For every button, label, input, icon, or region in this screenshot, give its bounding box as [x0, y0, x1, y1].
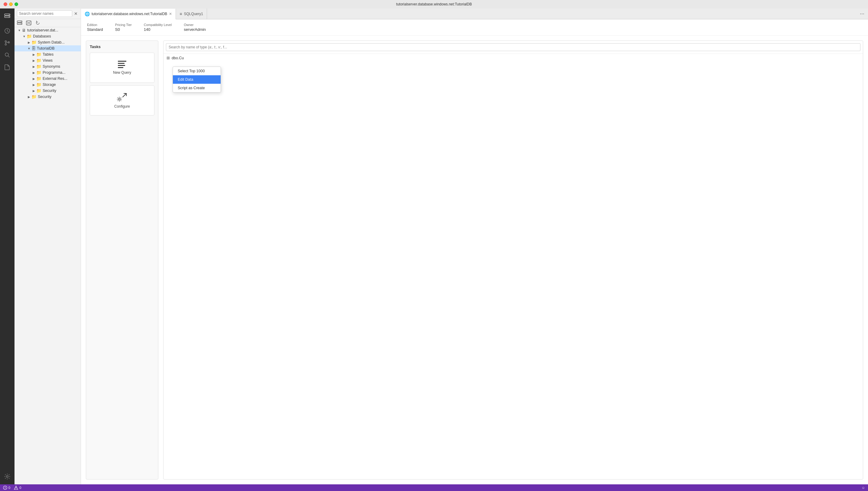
- window-title: tutorialserver.database.windows.net:Tuto…: [396, 2, 472, 6]
- status-errors: 0: [3, 486, 10, 490]
- sidebar-item-server[interactable]: ▼ 🖥 tutorialserver.dat...: [14, 27, 81, 33]
- pricing-tier-value: S0: [115, 27, 132, 32]
- svg-point-22: [5, 488, 5, 489]
- minimize-button[interactable]: [9, 2, 13, 6]
- external-res-label: External Res...: [42, 77, 67, 81]
- folder-icon: 📁: [31, 40, 36, 45]
- arrow-icon: ▶: [31, 89, 36, 92]
- activity-search-icon[interactable]: [2, 50, 13, 60]
- svg-point-24: [16, 489, 16, 489]
- traffic-lights: [4, 2, 18, 6]
- sidebar-item-tables[interactable]: ▶ 📁 Tables: [14, 51, 81, 57]
- error-count: 0: [8, 486, 10, 490]
- status-warnings: 0: [14, 486, 21, 490]
- arrow-icon: ▼: [27, 47, 31, 50]
- compatibility-info: Compatibility Level 140: [144, 23, 172, 32]
- activity-server-icon[interactable]: [2, 11, 13, 22]
- sidebar-item-storage[interactable]: ▶ 📁 Storage: [14, 82, 81, 88]
- sidebar-item-programmability[interactable]: ▶ 📁 Programma...: [14, 69, 81, 76]
- sidebar: ✕ ▼ 🖥 tutorialserver.: [14, 8, 81, 484]
- main-content: 🌐 tutorialserver.database.windows.net:Tu…: [81, 8, 868, 484]
- search-server-input[interactable]: [17, 10, 72, 17]
- activity-settings-icon[interactable]: [2, 471, 13, 482]
- views-label: Views: [42, 58, 53, 63]
- maximize-button[interactable]: [14, 2, 18, 6]
- edition-label: Edition: [87, 23, 103, 27]
- new-server-icon[interactable]: [17, 20, 22, 26]
- svg-point-16: [21, 22, 22, 22]
- sidebar-close-icon[interactable]: ✕: [73, 10, 78, 17]
- tab-label: tutorialserver.database.windows.net:Tuto…: [92, 12, 167, 16]
- context-menu-script-as-create[interactable]: Script as Create: [173, 84, 221, 92]
- arrow-icon: ▼: [22, 35, 27, 38]
- storage-label: Storage: [42, 83, 56, 87]
- sidebar-item-system-db[interactable]: ▶ 📁 System Datab...: [14, 39, 81, 45]
- arrow-icon: ▶: [31, 71, 36, 75]
- new-query-card[interactable]: New Query: [90, 53, 154, 83]
- sidebar-item-tutorialdb[interactable]: ▼ 🗄 TutorialDB: [14, 45, 81, 51]
- context-menu: Select Top 1000 Edit Data Script as Crea…: [173, 66, 221, 92]
- svg-point-19: [118, 98, 120, 100]
- tab-tutorialdb[interactable]: 🌐 tutorialserver.database.windows.net:Tu…: [81, 9, 176, 19]
- context-menu-edit-data[interactable]: Edit Data: [173, 75, 221, 84]
- tutorial-db-label: TutorialDB: [37, 46, 55, 51]
- programmability-label: Programma...: [42, 70, 66, 75]
- sidebar-item-security-outer[interactable]: ▶ 📁 Security: [14, 94, 81, 100]
- tab-sqlquery[interactable]: ≡ SQLQuery1: [176, 8, 207, 19]
- context-menu-select-top-1000[interactable]: Select Top 1000: [173, 67, 221, 75]
- configure-icon: [117, 92, 127, 102]
- svg-point-2: [9, 15, 9, 15]
- sidebar-item-external-res[interactable]: ▶ 📁 External Res...: [14, 76, 81, 82]
- table-row-item[interactable]: ⊞ dbo.Cu: [163, 54, 863, 62]
- tab-more-button[interactable]: ···: [856, 10, 868, 17]
- svg-point-17: [21, 24, 22, 24]
- sidebar-item-security-inner[interactable]: ▶ 📁 Security: [14, 88, 81, 94]
- security-inner-label: Security: [42, 89, 56, 93]
- warning-icon: [14, 486, 18, 490]
- tables-search-container: [163, 41, 863, 54]
- sidebar-item-synonyms[interactable]: ▶ 📁 Synonyms: [14, 63, 81, 69]
- titlebar: tutorialserver.database.windows.net:Tuto…: [0, 0, 868, 8]
- compatibility-label: Compatibility Level: [144, 23, 172, 27]
- compatibility-value: 140: [144, 27, 172, 32]
- sidebar-tree: ▼ 🖥 tutorialserver.dat... ▼ 📁 Databases …: [14, 27, 81, 484]
- system-db-label: System Datab...: [38, 40, 65, 45]
- arrow-icon: ▶: [31, 53, 36, 56]
- sidebar-item-views[interactable]: ▶ 📁 Views: [14, 57, 81, 63]
- new-query-icon: [118, 61, 126, 68]
- tables-label: Tables: [42, 52, 54, 57]
- configure-card[interactable]: Configure: [90, 85, 154, 115]
- tasks-title: Tasks: [90, 45, 154, 49]
- pricing-tier-label: Pricing Tier: [115, 23, 132, 27]
- arrow-icon: ▶: [31, 59, 36, 62]
- close-button[interactable]: [4, 2, 7, 6]
- tasks-panel: Tasks New Query: [86, 40, 158, 480]
- tables-search-input[interactable]: [166, 43, 861, 51]
- tab-sql-label: SQLQuery1: [184, 12, 203, 16]
- warning-count: 0: [19, 486, 21, 490]
- refresh-icon[interactable]: [35, 20, 40, 26]
- folder-icon: 📁: [27, 34, 32, 39]
- edition-value: Standard: [87, 27, 103, 32]
- arrow-icon: ▶: [27, 95, 31, 98]
- tab-bar: 🌐 tutorialserver.database.windows.net:Tu…: [81, 8, 868, 19]
- owner-value: serverAdmin: [184, 27, 206, 32]
- folder-icon: 📁: [36, 58, 41, 63]
- activity-clock-icon[interactable]: [2, 25, 13, 36]
- activity-branch-icon[interactable]: [2, 37, 13, 48]
- svg-line-6: [7, 31, 8, 32]
- server-icon: 🖥: [22, 28, 26, 33]
- activity-bar: [0, 8, 14, 484]
- arrow-icon: ▼: [17, 29, 22, 32]
- databases-label: Databases: [33, 34, 51, 38]
- activity-file-icon[interactable]: [2, 62, 13, 73]
- tab-close-icon[interactable]: ✕: [169, 12, 172, 16]
- owner-label: Owner: [184, 23, 206, 27]
- sidebar-item-databases[interactable]: ▼ 📁 Databases: [14, 33, 81, 39]
- folder-icon: 📁: [36, 76, 41, 81]
- db-info-panel: Edition Standard Pricing Tier S0 Compati…: [81, 19, 868, 36]
- folder-icon: 📁: [36, 64, 41, 69]
- status-smiley: ☺: [862, 486, 865, 490]
- sidebar-toolbar: [14, 19, 81, 27]
- disconnect-icon[interactable]: [26, 20, 31, 26]
